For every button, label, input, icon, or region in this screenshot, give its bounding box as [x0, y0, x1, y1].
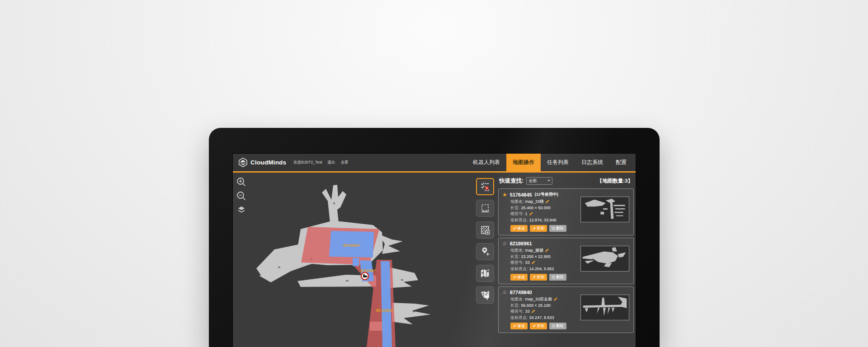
- field-label: 楼层号:: [510, 211, 524, 217]
- copy-map-button[interactable]: 复制: [530, 274, 547, 281]
- pencil-icon: [533, 324, 536, 328]
- field-label: 地图名:: [510, 248, 524, 254]
- map-controls: [236, 177, 247, 216]
- map-canvas[interactable]: 40.519m² 8.614m² 80.215m²: [233, 173, 473, 347]
- field-label: 长宽:: [510, 303, 520, 309]
- edit-pencil-icon[interactable]: [545, 249, 549, 253]
- map-thumbnail[interactable]: [580, 246, 629, 272]
- edit-map-button[interactable]: 修改: [510, 274, 528, 281]
- robot-marker[interactable]: [361, 272, 368, 280]
- field-label: 坐标原点:: [510, 315, 528, 321]
- trash-icon: [552, 227, 555, 230]
- map-name-value: map_腿腿: [525, 248, 544, 254]
- trash-icon: [552, 276, 555, 279]
- map-area: 40.519m² 8.614m² 80.215m²: [233, 173, 473, 347]
- pencil-icon: [533, 227, 536, 230]
- edit-map-button[interactable]: 修改: [510, 225, 528, 232]
- map-id: 82186961: [510, 241, 532, 246]
- map-floor-value: 1: [525, 211, 528, 217]
- nav-item-robot-list[interactable]: 机器人列表: [467, 154, 506, 171]
- map-origin-value: 34.247, 8.533: [529, 315, 554, 321]
- delete-map-button[interactable]: 删除: [549, 225, 566, 232]
- tool-map-upload[interactable]: [476, 286, 494, 304]
- fullscreen-link[interactable]: 全屏: [341, 160, 349, 165]
- area-small[interactable]: [353, 258, 359, 266]
- tool-map-marker[interactable]: [476, 265, 494, 282]
- map-id: 51764845: [510, 192, 532, 197]
- map-count-label: 【地图数量:3】: [597, 178, 633, 184]
- edit-pencil-icon[interactable]: [531, 309, 535, 314]
- pencil-icon: [513, 324, 516, 328]
- field-label: 地图名:: [510, 296, 524, 303]
- map-origin-value: 14.204, 5.952: [529, 266, 554, 272]
- tool-task-point-list[interactable]: [476, 178, 494, 195]
- edit-pencil-icon[interactable]: [531, 261, 535, 265]
- quick-search-label: 快速查找:: [499, 177, 524, 185]
- map-name-value: map_33楼: [525, 199, 544, 205]
- area-label-corridor: 80.215m²: [376, 308, 394, 313]
- pencil-icon: [533, 276, 536, 279]
- filter-select[interactable]: 全部: [526, 177, 552, 185]
- map-thumbnail[interactable]: [580, 197, 629, 222]
- filter-selected-value: 全部: [528, 178, 547, 184]
- tool-measure-area[interactable]: [476, 200, 494, 217]
- star-icon[interactable]: ☆: [502, 241, 507, 246]
- map-floor-value: 33: [525, 260, 530, 266]
- top-navbar: CloudMinds 欢迎BJDT2_Test 退出 全屏 机器人列表 地图操作…: [233, 154, 636, 173]
- map-card: ☆ 82186961 地图名:map_腿腿 长宽:23.200 × 22.900…: [498, 238, 634, 284]
- map-thumbnail[interactable]: [580, 295, 629, 320]
- edit-map-button[interactable]: 修改: [510, 323, 528, 329]
- edit-pencil-icon[interactable]: [529, 212, 533, 216]
- nav-item-log-system[interactable]: 日志系统: [575, 154, 609, 171]
- trash-icon: [552, 324, 555, 328]
- brand: CloudMinds: [238, 158, 286, 167]
- map-origin-value: 12.874, 33.946: [529, 217, 557, 224]
- welcome-text: 欢迎BJDT2_Test: [293, 160, 322, 165]
- map-size-value: 56.600 × 25.100: [521, 303, 551, 309]
- copy-map-button[interactable]: 复制: [530, 323, 547, 329]
- cloudminds-logo-icon: [238, 158, 248, 167]
- brand-name: CloudMinds: [250, 159, 286, 166]
- delete-map-button[interactable]: 删除: [549, 274, 566, 281]
- tool-virtual-wall-add[interactable]: [476, 221, 494, 239]
- edit-pencil-icon[interactable]: [545, 200, 549, 204]
- map-toolbar: [473, 173, 497, 347]
- chevron-down-icon: [547, 180, 550, 182]
- field-label: 地图名:: [510, 199, 524, 205]
- zoom-in-button[interactable]: [236, 177, 247, 188]
- nav-item-task-list[interactable]: 任务列表: [541, 154, 575, 171]
- map-id: 87749840: [510, 290, 532, 295]
- copy-map-button[interactable]: 复制: [530, 225, 547, 232]
- map-card: ☆ 87749840 地图名:map_33层走廊 长宽:56.600 × 25.…: [498, 286, 634, 333]
- map-in-use-label: (12号使用中): [535, 192, 558, 197]
- area-label-large: 40.519m²: [343, 243, 361, 248]
- edit-pencil-icon[interactable]: [553, 297, 557, 301]
- star-icon[interactable]: ☆: [502, 290, 507, 295]
- logout-link[interactable]: 退出: [328, 160, 335, 165]
- field-label: 长宽:: [510, 205, 520, 211]
- field-label: 坐标原点:: [510, 217, 528, 224]
- star-icon[interactable]: ★: [502, 192, 507, 197]
- delete-map-button[interactable]: 删除: [549, 323, 566, 329]
- layers-button[interactable]: [236, 205, 247, 216]
- field-label: 长宽:: [510, 254, 520, 260]
- field-label: 坐标原点:: [510, 266, 528, 272]
- map-floor-value: 33: [525, 309, 530, 315]
- nav-item-map-ops[interactable]: 地图操作: [506, 154, 541, 171]
- map-name-value: map_33层走廊: [525, 296, 552, 303]
- field-label: 楼层号:: [510, 309, 524, 315]
- app-screen: CloudMinds 欢迎BJDT2_Test 退出 全屏 机器人列表 地图操作…: [233, 154, 636, 347]
- map-card: ★ 51764845 (12号使用中) 地图名:map_33楼 长宽:25.40…: [498, 188, 634, 235]
- map-list-panel: 快速查找: 全部 【地图数量:3】 ★ 51764845 (12号使用中): [497, 173, 636, 347]
- nav-menu: 机器人列表 地图操作 任务列表 日志系统 配置: [467, 154, 633, 171]
- map-size-value: 23.200 × 22.900: [521, 254, 551, 260]
- pencil-icon: [513, 276, 516, 279]
- laptop-mockup: CloudMinds 欢迎BJDT2_Test 退出 全屏 机器人列表 地图操作…: [209, 128, 660, 347]
- map-size-value: 25.400 × 50.000: [521, 205, 551, 211]
- tool-add-point[interactable]: [476, 243, 494, 260]
- field-label: 楼层号:: [510, 260, 524, 266]
- zoom-out-button[interactable]: [236, 191, 247, 202]
- pencil-icon: [513, 227, 516, 230]
- session-bar: 欢迎BJDT2_Test 退出 全屏: [293, 160, 348, 165]
- nav-item-config[interactable]: 配置: [609, 154, 633, 171]
